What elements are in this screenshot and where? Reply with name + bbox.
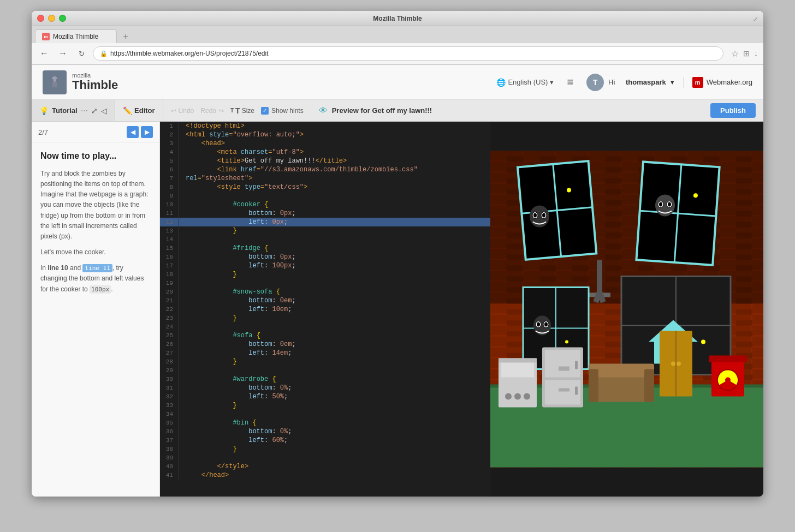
line-content: left: 100px; [183, 261, 490, 270]
tutorial-paragraph-1: Try and block the zombies by positioning… [40, 169, 151, 242]
svg-point-40 [537, 322, 540, 327]
line-content [183, 410, 490, 419]
user-dropdown-icon: ▾ [671, 78, 674, 86]
tutorial-icon: 💡 [39, 106, 49, 115]
line-number: 12 [160, 218, 179, 226]
svg-point-18 [533, 213, 537, 218]
editor-pencil-icon: ✏️ [123, 106, 132, 115]
line-number: 33 [160, 401, 179, 410]
forward-button[interactable]: → [56, 46, 70, 61]
svg-point-36 [565, 340, 568, 344]
line-content: bottom: 0%; [183, 384, 490, 392]
line-number: 15 [160, 244, 179, 253]
line-number: 18 [160, 270, 179, 279]
os-window: Mozilla Thimble ⤢ m Mozilla Thimble + ← … [32, 11, 763, 497]
line-number: 14 [160, 235, 179, 244]
publish-button[interactable]: Publish [710, 103, 756, 118]
line-content: } [183, 226, 490, 235]
browser-tab[interactable]: m Mozilla Thimble [35, 29, 117, 43]
line-number: 25 [160, 331, 179, 340]
line-number: 23 [160, 314, 179, 322]
svg-rect-58 [575, 387, 578, 395]
line-content: <style type="text/css"> [183, 183, 490, 192]
font-size-control[interactable]: T T Size [230, 106, 254, 115]
line-content [183, 453, 490, 462]
new-tab-button[interactable]: + [118, 30, 133, 43]
line-content: left: 14em; [183, 349, 490, 357]
line-content: #snow-sofa { [183, 288, 490, 296]
code-line-25: 25 #sofa { [160, 331, 490, 340]
show-hints-toggle[interactable]: ✓ Show hints [261, 107, 304, 115]
nav-extra-1[interactable]: ⊞ [743, 49, 750, 58]
size-label: Size [242, 107, 254, 115]
code-line-2: 2 <html style="overflow: auto;"> [160, 130, 490, 139]
hamburger-menu[interactable]: ≡ [562, 74, 578, 91]
code-line-35: 35 #bin { [160, 419, 490, 427]
code-editor[interactable]: 1 <!doctype html> 2 <html style="overflo… [160, 122, 490, 497]
line-content: <link href="//s3.amazonaws.com/thimble/z… [183, 165, 490, 174]
preview-eye-icon: 👁 [319, 106, 328, 116]
bookmark-icon[interactable]: ☆ [731, 49, 739, 59]
url-bar[interactable]: 🔒 https://thimble.webmaker.org/en-US/pro… [93, 46, 723, 61]
line-number: 29 [160, 366, 179, 375]
tutorial-nav: 2/7 ◀ ▶ [32, 122, 159, 143]
undo-button[interactable]: ↩ Undo [171, 107, 194, 115]
header-right: 🌐 English (US) ▾ ≡ T Hi thomaspark ▾ m W… [496, 74, 752, 91]
line-number: 39 [160, 453, 179, 462]
tutorial-prev-button[interactable]: ◀ [127, 126, 139, 138]
line-content: left: 10em; [183, 305, 490, 314]
collapse-icon[interactable]: ◁ [101, 106, 107, 115]
preview-panel [490, 122, 763, 497]
code-line-37: 37 left: 60%; [160, 436, 490, 445]
undo-arrow-icon: ↩ [171, 107, 176, 115]
code-line-9: 9 [160, 192, 490, 200]
line-content: <title>Get off my lawn!!!</title> [183, 157, 490, 165]
line-content: } [183, 401, 490, 410]
resize-control[interactable]: ⤢ [753, 14, 758, 23]
webmaker-link[interactable]: m Webmaker.org [683, 77, 752, 88]
code-line-4: 4 <meta charset="utf-8"> [160, 148, 490, 157]
toolbar-editor-section: ✏️ Editor [115, 100, 163, 121]
line-number: 22 [160, 305, 179, 314]
code-line-19: 19 [160, 279, 490, 288]
line-content: rel="stylesheet"> [183, 174, 490, 183]
editor-panel[interactable]: 1 <!doctype html> 2 <html style="overflo… [160, 122, 490, 497]
lock-icon: 🔒 [100, 50, 108, 57]
language-selector[interactable]: 🌐 English (US) ▾ [496, 78, 554, 87]
svg-rect-49 [501, 361, 534, 378]
line-content: bottom: 0em; [183, 340, 490, 349]
code-line-11: 11 bottom: 0px; [160, 209, 490, 218]
nav-extra-2[interactable]: ↓ [754, 49, 758, 58]
back-button[interactable]: ← [37, 46, 51, 61]
line-number: 1 [160, 122, 179, 130]
logo-area: mozilla Thimble [43, 70, 118, 94]
code-line-40: 40 </style> [160, 462, 490, 471]
hints-checkbox[interactable]: ✓ [261, 107, 269, 115]
redo-button[interactable]: Redo ↪ [200, 107, 224, 115]
lang-dropdown-icon: ▾ [550, 78, 554, 86]
preview-content [490, 122, 763, 497]
line-content: left: 60%; [183, 436, 490, 445]
line-number: 28 [160, 357, 179, 366]
svg-point-28 [668, 202, 671, 207]
tutorial-title: Now time to play... [40, 151, 151, 162]
line-content: #sofa { [183, 331, 490, 340]
close-button[interactable] [37, 15, 44, 22]
svg-point-3 [56, 79, 58, 81]
line-number: 35 [160, 419, 179, 427]
expand-icon[interactable]: ⤢ [91, 106, 98, 115]
line-content: #wardrobe { [183, 375, 490, 384]
tab-favicon: m [42, 33, 50, 40]
line-content: } [183, 445, 490, 453]
tutorial-code-value: 100px [90, 285, 111, 294]
maximize-button[interactable] [59, 15, 66, 22]
toolbar-preview-section: 👁 Preview for Get off my lawn!!! Publish [311, 100, 763, 121]
user-greeting: Hi [608, 78, 615, 86]
tutorial-panel: 2/7 ◀ ▶ Now time to play... Try and bloc… [32, 122, 160, 497]
minimize-button[interactable] [48, 15, 55, 22]
refresh-button[interactable]: ↻ [74, 46, 88, 61]
tutorial-highlight-line11: line 11 [82, 264, 112, 272]
tutorial-next-button[interactable]: ▶ [141, 126, 153, 138]
line-number: 2 [160, 130, 179, 139]
line-number: 32 [160, 392, 179, 401]
